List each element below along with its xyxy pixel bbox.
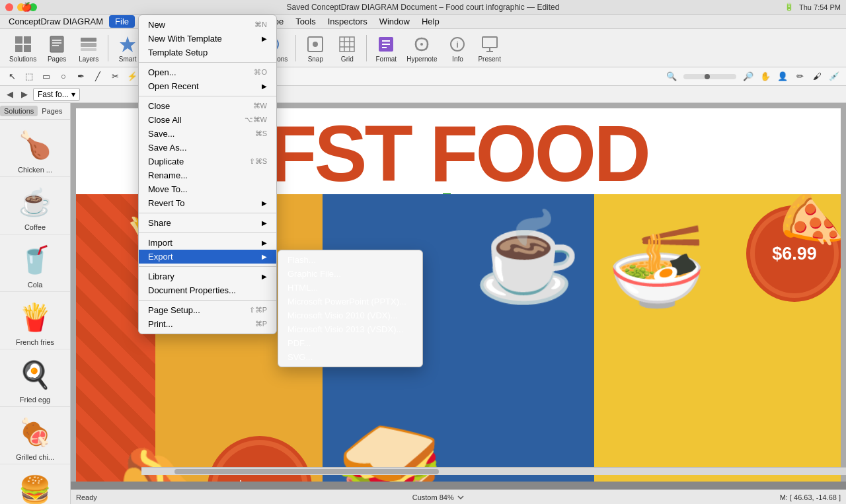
svg-rect-33 [340, 37, 354, 52]
menu-export[interactable]: Export ▶ Flash... Graphic File... HTML..… [139, 250, 276, 264]
zoom-in-icon[interactable]: 🔎 [740, 69, 756, 84]
side-panel: Solutions Pages Layers 🍗 Chicken ... ☕ C… [0, 103, 71, 504]
tool-select-rect[interactable]: ⬚ [21, 69, 37, 84]
current-page-label: Fast fo... [38, 90, 69, 99]
coffee-label: Coffee [24, 223, 46, 231]
nav-forward[interactable]: ▶ [19, 89, 30, 100]
list-item[interactable]: 🍖 Grilled chi... [0, 407, 70, 464]
tab-pages[interactable]: Pages [38, 106, 66, 116]
menu-share[interactable]: Share ▶ [139, 216, 276, 230]
menu-library[interactable]: Library ▶ [139, 270, 276, 283]
layers-label: Layers [79, 55, 98, 63]
toolbar-info[interactable]: i Info [442, 32, 473, 65]
menu-move-to[interactable]: Move To... [139, 182, 276, 196]
menu-print[interactable]: Print... ⌘P [139, 317, 276, 331]
svg-rect-41 [482, 37, 497, 48]
menu-item-tools[interactable]: Tools [289, 15, 321, 28]
menu-close-all[interactable]: Close All ⌥⌘W [139, 113, 276, 127]
menu-close[interactable]: Close ⌘W [139, 99, 276, 113]
export-flash[interactable]: Flash... [278, 253, 422, 267]
export-html[interactable]: HTML... [278, 281, 422, 295]
horizontal-scrollbar[interactable] [141, 467, 846, 475]
export-submenu: Flash... Graphic File... HTML... Microso… [278, 250, 423, 367]
snap-label: Snap [308, 55, 323, 63]
page-selector[interactable]: Fast fo... ▾ [33, 88, 80, 101]
menu-duplicate[interactable]: Duplicate ⇧⌘S [139, 155, 276, 168]
list-item[interactable]: 🍟 French fries [0, 292, 70, 349]
menu-template-setup[interactable]: Template Setup [139, 46, 276, 59]
menu-document-properties[interactable]: Document Properties... [139, 283, 276, 297]
export-svg[interactable]: SVG... [278, 350, 422, 364]
list-item[interactable]: 🥤 Cola [0, 234, 70, 292]
toolbar-format[interactable]: Format [371, 32, 401, 65]
info-label: Info [452, 55, 463, 63]
toolbar-sep-3 [366, 35, 367, 61]
close-button[interactable] [5, 3, 13, 11]
document-title: Saved ConceptDraw DIAGRAM Document – Foo… [287, 3, 560, 12]
tool-ellipse[interactable]: ○ [56, 69, 71, 84]
menu-save-as[interactable]: Save As... [139, 141, 276, 155]
menu-item-help[interactable]: Help [416, 15, 445, 28]
export-pptx[interactable]: Microsoft PowerPoint (PPTX)... [278, 295, 422, 308]
menu-item-window[interactable]: Window [373, 15, 416, 28]
toolbar-hypernote[interactable]: Hypernote [403, 32, 441, 65]
chicken-icon: 🍗 [15, 125, 55, 164]
toolbar-layers[interactable]: Layers [73, 32, 104, 65]
export-pdf[interactable]: PDF... [278, 336, 422, 350]
chicken-label: Chicken ... [18, 166, 52, 174]
menu-rename[interactable]: Rename... [139, 168, 276, 182]
zoom-control[interactable]: Custom 84% [412, 493, 465, 501]
export-vdx[interactable]: Microsoft Visio 2010 (VDX)... [278, 308, 422, 322]
menu-item-file[interactable]: File [109, 15, 135, 28]
zoom-out-icon[interactable]: 🔍 [664, 69, 679, 84]
menu-item-inspectors[interactable]: Inspectors [322, 15, 373, 28]
tool-line[interactable]: ╱ [90, 69, 106, 84]
toolbar-snap[interactable]: Snap [300, 32, 330, 65]
list-item[interactable]: 🍳 Fried egg [0, 349, 70, 407]
hand-tool[interactable]: ✋ [757, 69, 773, 84]
toolbar-sep-2 [295, 35, 296, 61]
tool-cut[interactable]: ✂ [107, 69, 123, 84]
toolbar-pages[interactable]: Pages [42, 32, 72, 65]
list-item[interactable]: 🍗 Chicken ... [0, 120, 70, 177]
menu-item-conceptdraw[interactable]: ConceptDraw DIAGRAM [3, 15, 109, 28]
tool-select[interactable]: ↖ [4, 69, 20, 84]
right-panel: 🍜 🍱 $6.99 🍕 [594, 194, 841, 482]
zoom-label: Custom 84% [412, 493, 454, 501]
toolbar-solutions[interactable]: Solutions [5, 32, 40, 65]
scrollbar-thumb[interactable] [174, 469, 439, 474]
toolbar-present[interactable]: Present [474, 32, 504, 65]
export-vsdx[interactable]: Microsoft Visio 2013 (VSDX)... [278, 322, 422, 336]
menu-revert-to[interactable]: Revert To ▶ [139, 196, 276, 210]
svg-rect-1 [24, 36, 31, 44]
list-item[interactable]: ☕ Coffee [0, 177, 70, 234]
svg-rect-3 [24, 45, 31, 52]
menu-import[interactable]: Import ▶ [139, 236, 276, 250]
pages-label: Pages [48, 55, 66, 63]
snap-icon [305, 34, 326, 55]
svg-rect-0 [15, 36, 22, 44]
eyedropper-tool[interactable]: 💉 [826, 69, 842, 84]
main-toolbar: Solutions Pages Layers Smart Rapid Draw … [0, 29, 846, 67]
title-bar-right: 🔋 Thu 7:54 PM [785, 3, 841, 11]
paint-tool[interactable]: 🖌 [809, 69, 825, 84]
toolbar-grid[interactable]: Grid [332, 32, 362, 65]
menu-open-recent[interactable]: Open Recent ▶ [139, 79, 276, 93]
menu-bar: ConceptDraw DIAGRAM File Edit View Inser… [0, 15, 846, 29]
user-tool[interactable]: 👤 [775, 69, 790, 84]
menu-open[interactable]: Open... ⌘O [139, 65, 276, 79]
export-graphic-file[interactable]: Graphic File... [278, 267, 422, 281]
list-item[interactable]: 🍔 [0, 464, 70, 504]
nav-back[interactable]: ◀ [4, 89, 16, 100]
tool-rect[interactable]: ▭ [38, 69, 54, 84]
sep-2 [139, 96, 276, 96]
tool-pen[interactable]: ✒ [73, 69, 89, 84]
menu-new-template[interactable]: New With Template ▶ [139, 32, 276, 46]
pencil-tool[interactable]: ✏ [792, 69, 808, 84]
tab-solutions[interactable]: Solutions [0, 106, 38, 116]
side-panel-tabs: Solutions Pages Layers [0, 103, 70, 120]
menu-page-setup[interactable]: Page Setup... ⇧⌘P [139, 303, 276, 317]
menu-save[interactable]: Save... ⌘S [139, 127, 276, 141]
menu-new[interactable]: New ⌘N [139, 18, 276, 32]
svg-rect-4 [50, 36, 63, 52]
